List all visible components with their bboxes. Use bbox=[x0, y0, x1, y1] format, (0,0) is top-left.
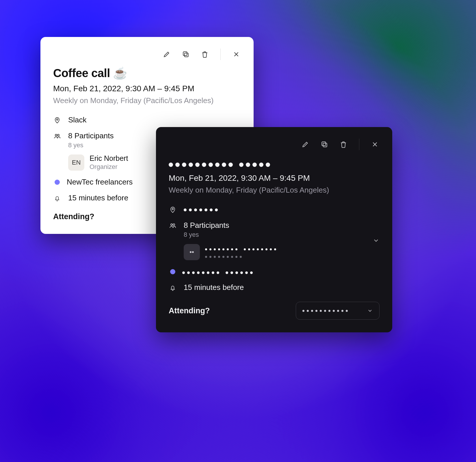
calendar-name bbox=[182, 267, 380, 276]
redacted-text bbox=[182, 271, 219, 274]
attending-label: Attending? bbox=[53, 212, 94, 221]
event-popover-dark: Mon, Feb 21, 2022, 9:30 AM – 9:45 PM Wee… bbox=[156, 127, 392, 332]
redacted-text bbox=[169, 163, 233, 167]
redacted-text bbox=[302, 310, 348, 312]
svg-point-4 bbox=[57, 134, 59, 136]
delete-button[interactable] bbox=[200, 50, 209, 59]
calendar-row bbox=[169, 267, 380, 276]
event-title: Coffee call ☕ bbox=[53, 66, 241, 80]
participant-organizer: •• bbox=[184, 244, 366, 260]
svg-point-3 bbox=[55, 134, 57, 136]
pencil-icon bbox=[302, 141, 309, 148]
participants-row[interactable]: 8 Participants 8 yes •• bbox=[169, 221, 380, 260]
redacted-text bbox=[205, 256, 242, 258]
edit-button[interactable] bbox=[301, 140, 310, 149]
location-text: Slack bbox=[68, 116, 241, 124]
svg-point-9 bbox=[173, 224, 175, 226]
redacted-text bbox=[239, 163, 270, 167]
participant-role: Organizer bbox=[90, 163, 128, 171]
duplicate-button[interactable] bbox=[320, 140, 329, 149]
bell-icon bbox=[53, 194, 61, 202]
participants-icon bbox=[169, 221, 177, 230]
calendar-color-dot bbox=[55, 180, 60, 185]
copy-icon bbox=[321, 141, 328, 148]
location-icon bbox=[169, 206, 177, 214]
participant-role bbox=[205, 253, 276, 260]
toolbar-separator bbox=[220, 49, 221, 60]
pencil-icon bbox=[163, 51, 170, 58]
location-text bbox=[184, 205, 380, 214]
calendar-color-dot bbox=[170, 269, 175, 274]
svg-rect-6 bbox=[322, 142, 326, 146]
redacted-text bbox=[184, 208, 218, 211]
svg-rect-0 bbox=[185, 53, 188, 57]
participants-icon bbox=[53, 132, 61, 140]
trash-icon bbox=[201, 51, 209, 58]
event-title bbox=[169, 157, 380, 169]
reminder-row: 15 minutes before bbox=[169, 283, 380, 292]
edit-button[interactable] bbox=[162, 50, 171, 59]
participant-name bbox=[205, 244, 276, 252]
svg-point-8 bbox=[171, 224, 172, 226]
toolbar bbox=[53, 49, 241, 60]
event-recurrence: Weekly on Monday, Friday (Pacific/Los An… bbox=[169, 186, 380, 195]
event-datetime: Mon, Feb 21, 2022, 9:30 AM – 9:45 PM bbox=[53, 84, 241, 93]
copy-icon bbox=[182, 51, 189, 58]
participant-name: Eric Norbert bbox=[90, 154, 128, 163]
bell-icon bbox=[169, 284, 177, 292]
svg-point-7 bbox=[172, 208, 174, 210]
participants-count: 8 Participants bbox=[184, 221, 366, 230]
chevron-down-icon bbox=[367, 308, 373, 314]
attending-select[interactable] bbox=[296, 302, 380, 320]
redacted-text bbox=[205, 248, 237, 250]
duplicate-button[interactable] bbox=[181, 50, 190, 59]
trash-icon bbox=[340, 141, 347, 148]
reminder-text: 15 minutes before bbox=[184, 283, 380, 292]
toolbar-separator bbox=[359, 139, 359, 150]
close-icon bbox=[371, 141, 379, 148]
svg-point-2 bbox=[57, 119, 58, 120]
close-icon bbox=[233, 51, 240, 58]
svg-rect-1 bbox=[183, 52, 187, 55]
attending-label: Attending? bbox=[169, 306, 210, 315]
attending-footer: Attending? bbox=[169, 302, 380, 320]
location-icon bbox=[53, 116, 61, 124]
avatar: •• bbox=[184, 244, 200, 260]
avatar: EN bbox=[68, 154, 84, 171]
chevron-down-icon bbox=[373, 237, 380, 244]
participants-response: 8 yes bbox=[184, 231, 366, 239]
location-row bbox=[169, 205, 380, 214]
event-recurrence: Weekly on Monday, Friday (Pacific/Los An… bbox=[53, 96, 241, 105]
redacted-text bbox=[244, 248, 276, 250]
location-row: Slack bbox=[53, 116, 241, 124]
event-datetime: Mon, Feb 21, 2022, 9:30 AM – 9:45 PM bbox=[169, 174, 380, 183]
delete-button[interactable] bbox=[339, 140, 348, 149]
toolbar bbox=[169, 139, 380, 150]
close-button[interactable] bbox=[232, 50, 241, 59]
svg-rect-5 bbox=[323, 143, 327, 147]
close-button[interactable] bbox=[370, 140, 380, 149]
redacted-text bbox=[226, 271, 253, 274]
